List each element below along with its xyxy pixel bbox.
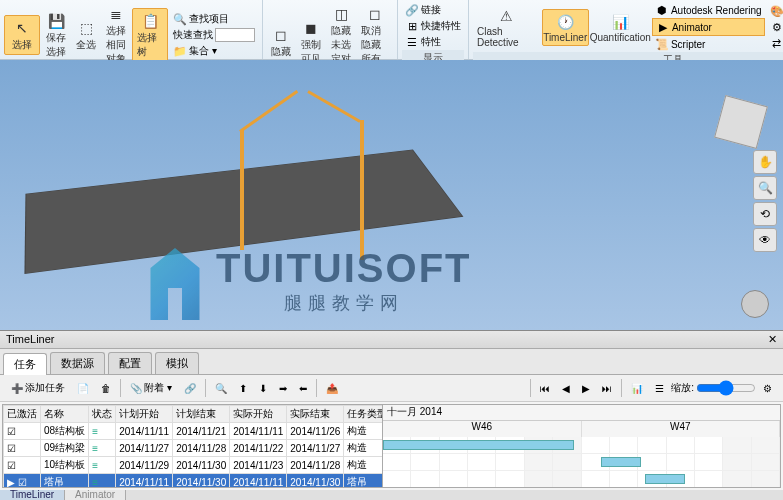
- gantt-last-button[interactable]: ⏭: [597, 380, 617, 397]
- table-row[interactable]: ☑09结构梁≡2014/11/272014/11/282014/11/22201…: [4, 440, 384, 457]
- gantt-next-button[interactable]: ▶: [577, 380, 595, 397]
- table-row[interactable]: ☑10结构板≡2014/11/292014/11/302014/11/23201…: [4, 457, 384, 474]
- save-icon: 💾: [46, 11, 66, 31]
- timeliner-button[interactable]: 🕐TimeLiner: [542, 9, 589, 46]
- gantt-row[interactable]: [383, 454, 780, 471]
- gantt-chart[interactable]: 十一月 2014 W46W47: [383, 405, 780, 487]
- gantt-first-button[interactable]: ⏮: [535, 380, 555, 397]
- gantt-row[interactable]: [383, 471, 780, 487]
- pan-tool[interactable]: ✋: [753, 150, 777, 174]
- cursor-icon: ↖: [12, 18, 32, 38]
- col-name[interactable]: 名称: [41, 406, 89, 423]
- select-all-button[interactable]: ⬚全选: [72, 16, 100, 54]
- indent-button[interactable]: ➡: [274, 380, 292, 397]
- moveup-button[interactable]: ⬆: [234, 380, 252, 397]
- clash-button[interactable]: ⚠Clash Detective: [473, 4, 540, 50]
- unhide-icon: ◻: [365, 4, 385, 24]
- select-all-icon: ⬚: [76, 18, 96, 38]
- export-button[interactable]: 📤: [321, 380, 343, 397]
- ribbon-group-select: ↖选择 💾保存选择 ⬚全选 ≣选择相同对象 📋选择树 🔍查找项目 快速查找 📁集…: [0, 0, 263, 59]
- tab-config[interactable]: 配置: [108, 352, 152, 374]
- outdent-button[interactable]: ⬅: [294, 380, 312, 397]
- link-icon: 🔗: [405, 3, 419, 17]
- gantt-week: W46: [383, 421, 582, 437]
- col-type[interactable]: 任务类型: [344, 406, 383, 423]
- 3d-viewport[interactable]: TUITUISOFT 腿腿教学网 ✋ 🔍 ⟲ 👁: [0, 60, 783, 330]
- select-same-button[interactable]: ≣选择相同对象: [102, 2, 130, 68]
- save-selection-button[interactable]: 💾保存选择: [42, 9, 70, 61]
- gantt-columns-button[interactable]: ☰: [650, 380, 669, 397]
- zoom-tool[interactable]: 🔍: [753, 176, 777, 200]
- clock-icon: 🕐: [555, 12, 575, 32]
- insert-task-button[interactable]: 📄: [72, 380, 94, 397]
- timeliner-titlebar: TimeLiner ✕: [0, 331, 783, 349]
- selection-tree-button[interactable]: 📋选择树: [132, 8, 168, 62]
- zoom-slider[interactable]: [696, 380, 756, 396]
- look-tool[interactable]: 👁: [753, 228, 777, 252]
- hide-icon: ◻: [271, 25, 291, 45]
- appearance-icon: 🎨: [770, 4, 783, 18]
- attach-button[interactable]: 📎附着 ▾: [125, 378, 177, 398]
- tab-simulate[interactable]: 模拟: [155, 352, 199, 374]
- compass-icon[interactable]: [741, 290, 769, 318]
- clash-icon: ⚠: [496, 6, 516, 26]
- gantt-prev-button[interactable]: ◀: [557, 380, 575, 397]
- gantt-month: 十一月 2014: [383, 405, 780, 421]
- ribbon: ↖选择 💾保存选择 ⬚全选 ≣选择相同对象 📋选择树 🔍查找项目 快速查找 📁集…: [0, 0, 783, 60]
- bottom-tab-timeliner[interactable]: TimeLiner: [0, 490, 65, 500]
- col-pend[interactable]: 计划结束: [173, 406, 230, 423]
- movedown-button[interactable]: ⬇: [254, 380, 272, 397]
- add-icon: ➕: [11, 383, 23, 394]
- links-button[interactable]: 🔗链接: [402, 2, 464, 18]
- find-items-button[interactable]: 🔍查找项目: [170, 11, 258, 27]
- sets-button[interactable]: 📁集合 ▾: [170, 43, 258, 59]
- col-astart[interactable]: 实际开始: [230, 406, 287, 423]
- viewport-toolbar: ✋ 🔍 ⟲ 👁: [753, 150, 779, 252]
- animator-icon: ▶: [656, 20, 670, 34]
- script-icon: 📜: [655, 37, 669, 51]
- find-button[interactable]: 🔍: [210, 380, 232, 397]
- gantt-bar[interactable]: [601, 457, 641, 467]
- scripter-button[interactable]: 📜Scripter: [652, 36, 765, 52]
- zoom-label: 缩放:: [671, 381, 694, 395]
- quick-find-input[interactable]: 快速查找: [170, 27, 258, 43]
- delete-task-button[interactable]: 🗑: [96, 380, 116, 397]
- col-aend[interactable]: 实际结束: [287, 406, 344, 423]
- orbit-tool[interactable]: ⟲: [753, 202, 777, 226]
- quantification-button[interactable]: 📊Quantification: [591, 10, 650, 45]
- tab-tasks[interactable]: 任务: [3, 353, 47, 375]
- table-row[interactable]: ▶ ☑塔吊≡2014/11/112014/11/302014/11/112014…: [4, 474, 384, 488]
- compare-button[interactable]: ⇄比较: [767, 35, 783, 51]
- table-row[interactable]: ☑08结构板≡2014/11/112014/11/212014/11/11201…: [4, 423, 384, 440]
- appearance-button[interactable]: 🎨Appearance Profile: [767, 3, 783, 19]
- watermark-subtitle: 腿腿教学网: [216, 291, 472, 315]
- crane-2: [360, 120, 364, 260]
- task-grid[interactable]: 已激活名称状态计划开始计划结束实际开始实际结束任务类型 ☑08结构板≡2014/…: [3, 405, 383, 487]
- col-active[interactable]: 已激活: [4, 406, 41, 423]
- settings-button[interactable]: ⚙: [758, 380, 777, 397]
- tab-datasource[interactable]: 数据源: [50, 352, 105, 374]
- attach-icon: 📎: [130, 383, 142, 394]
- autodesk-rendering-button[interactable]: ⬢Autodesk Rendering: [652, 2, 765, 18]
- bottom-tab-animator[interactable]: Animator: [65, 490, 126, 500]
- view-cube[interactable]: [714, 95, 768, 149]
- gantt-row[interactable]: [383, 437, 780, 454]
- ribbon-group-visibility: ◻隐藏 ◼强制可见 ◫隐藏未选定对象 ◻取消隐藏所有对象 可见性: [263, 0, 398, 59]
- gantt-bar[interactable]: [645, 474, 685, 484]
- batch-button[interactable]: ⚙Batch Utility: [767, 19, 783, 35]
- gantt-toggle-button[interactable]: 📊: [626, 380, 648, 397]
- properties-button[interactable]: ☰特性: [402, 34, 464, 50]
- tree-icon: 📋: [140, 11, 160, 31]
- col-state[interactable]: 状态: [89, 406, 116, 423]
- animator-button[interactable]: ▶Animator: [652, 18, 765, 36]
- close-icon[interactable]: ✕: [768, 333, 777, 346]
- autoattach-button[interactable]: 🔗: [179, 380, 201, 397]
- gantt-bar[interactable]: [383, 440, 574, 450]
- select-button[interactable]: ↖选择: [4, 15, 40, 55]
- timeliner-toolbar: ➕添加任务 📄 🗑 📎附着 ▾ 🔗 🔍 ⬆ ⬇ ➡ ⬅ 📤 ⏮ ◀ ▶ ⏭ 📊 …: [0, 375, 783, 402]
- ribbon-group-tools: ⚠Clash Detective 🕐TimeLiner 📊Quantificat…: [469, 0, 783, 59]
- hide-button[interactable]: ◻隐藏: [267, 23, 295, 61]
- quick-properties-button[interactable]: ⊞快捷特性: [402, 18, 464, 34]
- add-task-button[interactable]: ➕添加任务: [6, 378, 70, 398]
- col-pstart[interactable]: 计划开始: [116, 406, 173, 423]
